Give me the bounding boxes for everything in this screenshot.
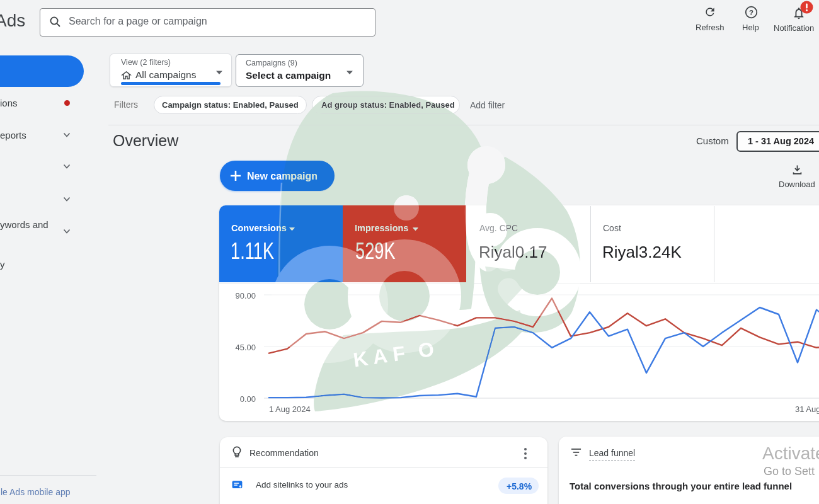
svg-text:?: ? bbox=[749, 9, 753, 16]
